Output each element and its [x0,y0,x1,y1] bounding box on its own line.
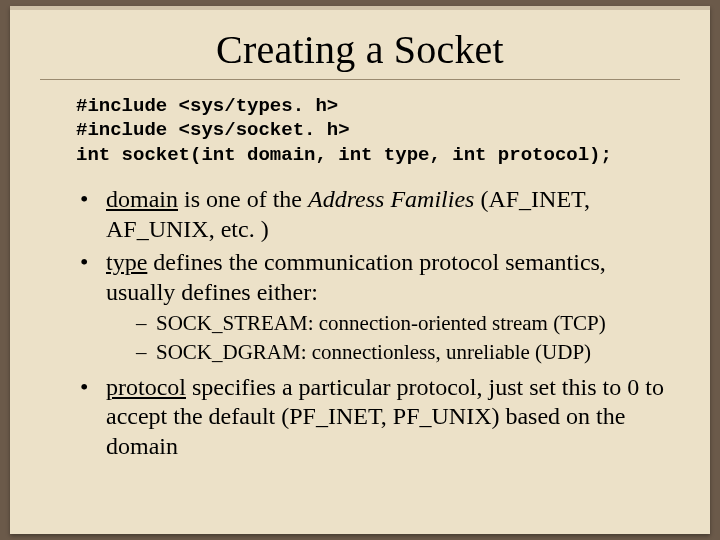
kw-protocol: protocol [106,374,186,400]
slide-paper: Creating a Socket #include <sys/types. h… [10,6,710,534]
code-line-3: int socket(int domain, int type, int pro… [76,144,612,166]
kw-domain: domain [106,186,178,212]
text: specifies a particular protocol, just se… [106,374,664,460]
sub-sock-stream: SOCK_STREAM: connection-oriented stream … [136,310,680,337]
title-divider [40,79,680,80]
code-line-2: #include <sys/socket. h> [76,119,350,141]
bullet-domain: domain is one of the Address Families (A… [80,185,680,245]
bullet-protocol: protocol specifies a particular protocol… [80,373,680,462]
code-line-1: #include <sys/types. h> [76,95,338,117]
text: is one of the [178,186,308,212]
sub-list: SOCK_STREAM: connection-oriented stream … [136,310,680,367]
bullet-type: type defines the communication protocol … [80,248,680,366]
sub-sock-dgram: SOCK_DGRAM: connectionless, unreliable (… [136,339,680,366]
em-address-families: Address Families [308,186,474,212]
kw-type: type [106,249,147,275]
text: defines the communication protocol seman… [106,249,606,305]
slide-title: Creating a Socket [40,26,680,73]
code-block: #include <sys/types. h> #include <sys/so… [76,94,680,167]
bullet-list: domain is one of the Address Families (A… [80,185,680,462]
